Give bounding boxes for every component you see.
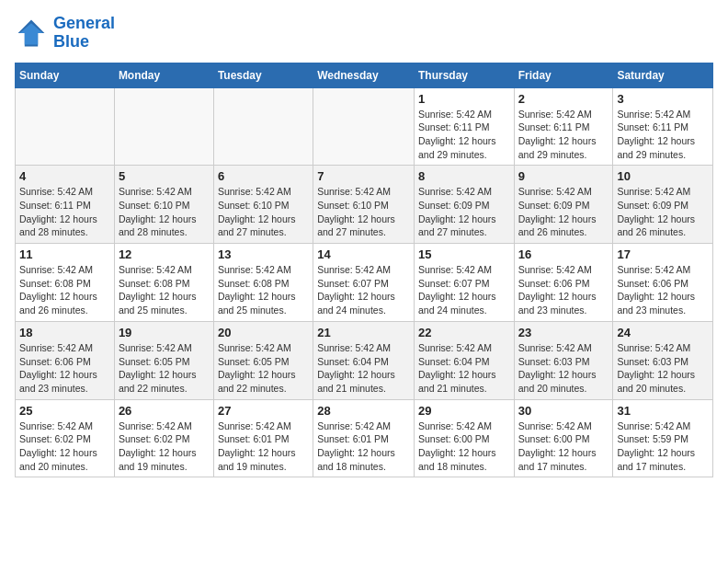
day-cell: 6Sunrise: 5:42 AM Sunset: 6:10 PM Daylig… [213,166,313,244]
header-sunday: Sunday [16,63,115,87]
logo-icon [15,17,48,50]
day-cell: 27Sunrise: 5:42 AM Sunset: 6:01 PM Dayli… [213,399,313,477]
day-info: Sunrise: 5:42 AM Sunset: 6:04 PM Dayligh… [317,341,410,396]
day-info: Sunrise: 5:42 AM Sunset: 6:00 PM Dayligh… [518,419,609,474]
header-friday: Friday [514,63,613,87]
day-cell: 18Sunrise: 5:42 AM Sunset: 6:06 PM Dayli… [16,321,115,399]
day-number: 10 [617,169,709,183]
day-info: Sunrise: 5:42 AM Sunset: 6:08 PM Dayligh… [19,263,110,317]
day-info: Sunrise: 5:42 AM Sunset: 6:09 PM Dayligh… [617,185,709,239]
day-number: 17 [617,247,709,261]
svg-marker-2 [19,23,42,44]
day-cell [114,87,213,166]
day-cell: 22Sunrise: 5:42 AM Sunset: 6:04 PM Dayli… [414,321,514,399]
day-info: Sunrise: 5:42 AM Sunset: 6:04 PM Dayligh… [418,341,510,396]
header-tuesday: Tuesday [213,63,313,87]
calendar-table: SundayMondayTuesdayWednesdayThursdayFrid… [15,63,713,478]
day-info: Sunrise: 5:42 AM Sunset: 6:02 PM Dayligh… [119,419,210,474]
day-number: 19 [119,326,210,339]
day-number: 30 [518,404,609,418]
day-info: Sunrise: 5:42 AM Sunset: 6:11 PM Dayligh… [518,108,609,162]
header-wednesday: Wednesday [313,63,415,87]
day-info: Sunrise: 5:42 AM Sunset: 6:11 PM Dayligh… [19,185,110,239]
day-number: 31 [617,404,709,418]
day-cell: 17Sunrise: 5:42 AM Sunset: 6:06 PM Dayli… [613,244,713,322]
day-cell: 2Sunrise: 5:42 AM Sunset: 6:11 PM Daylig… [514,87,613,166]
day-info: Sunrise: 5:42 AM Sunset: 6:09 PM Dayligh… [418,185,510,239]
day-number: 7 [317,169,410,183]
day-info: Sunrise: 5:42 AM Sunset: 6:11 PM Dayligh… [418,108,510,162]
day-cell: 4Sunrise: 5:42 AM Sunset: 6:11 PM Daylig… [16,166,115,244]
day-cell: 30Sunrise: 5:42 AM Sunset: 6:00 PM Dayli… [514,399,613,477]
day-info: Sunrise: 5:42 AM Sunset: 6:05 PM Dayligh… [218,341,309,396]
day-info: Sunrise: 5:42 AM Sunset: 6:03 PM Dayligh… [617,341,709,396]
day-info: Sunrise: 5:42 AM Sunset: 6:07 PM Dayligh… [317,263,410,317]
week-row-5: 25Sunrise: 5:42 AM Sunset: 6:02 PM Dayli… [16,399,713,477]
day-cell: 29Sunrise: 5:42 AM Sunset: 6:00 PM Dayli… [414,399,514,477]
day-info: Sunrise: 5:42 AM Sunset: 6:07 PM Dayligh… [418,263,510,317]
day-info: Sunrise: 5:42 AM Sunset: 6:05 PM Dayligh… [119,341,210,396]
day-number: 14 [317,247,410,261]
day-number: 20 [218,326,309,339]
day-number: 13 [218,247,309,261]
day-info: Sunrise: 5:42 AM Sunset: 6:08 PM Dayligh… [218,263,309,317]
day-info: Sunrise: 5:42 AM Sunset: 6:00 PM Dayligh… [418,419,510,474]
day-cell: 20Sunrise: 5:42 AM Sunset: 6:05 PM Dayli… [213,321,313,399]
day-info: Sunrise: 5:42 AM Sunset: 6:09 PM Dayligh… [518,185,609,239]
day-cell: 5Sunrise: 5:42 AM Sunset: 6:10 PM Daylig… [114,166,213,244]
day-cell: 25Sunrise: 5:42 AM Sunset: 6:02 PM Dayli… [16,399,115,477]
day-info: Sunrise: 5:42 AM Sunset: 6:11 PM Dayligh… [617,108,709,162]
day-info: Sunrise: 5:42 AM Sunset: 6:06 PM Dayligh… [518,263,609,317]
day-number: 24 [617,326,709,339]
day-cell: 24Sunrise: 5:42 AM Sunset: 6:03 PM Dayli… [613,321,713,399]
day-info: Sunrise: 5:42 AM Sunset: 5:59 PM Dayligh… [617,419,709,474]
day-number: 2 [518,92,609,106]
header-monday: Monday [114,63,213,87]
header-saturday: Saturday [613,63,713,87]
day-cell: 23Sunrise: 5:42 AM Sunset: 6:03 PM Dayli… [514,321,613,399]
day-cell: 31Sunrise: 5:42 AM Sunset: 5:59 PM Dayli… [613,399,713,477]
calendar-header-row: SundayMondayTuesdayWednesdayThursdayFrid… [16,63,713,87]
day-number: 29 [418,404,510,418]
day-number: 11 [19,247,110,261]
day-cell: 15Sunrise: 5:42 AM Sunset: 6:07 PM Dayli… [414,244,514,322]
day-cell: 14Sunrise: 5:42 AM Sunset: 6:07 PM Dayli… [313,244,415,322]
page-header: General Blue [15,15,713,52]
day-cell [313,87,415,166]
day-number: 16 [518,247,609,261]
day-info: Sunrise: 5:42 AM Sunset: 6:06 PM Dayligh… [19,341,110,396]
day-number: 4 [19,169,110,183]
day-cell: 13Sunrise: 5:42 AM Sunset: 6:08 PM Dayli… [213,244,313,322]
day-number: 26 [119,404,210,418]
day-cell: 12Sunrise: 5:42 AM Sunset: 6:08 PM Dayli… [114,244,213,322]
day-cell [213,87,313,166]
header-thursday: Thursday [414,63,514,87]
day-info: Sunrise: 5:42 AM Sunset: 6:06 PM Dayligh… [617,263,709,317]
day-info: Sunrise: 5:42 AM Sunset: 6:01 PM Dayligh… [317,419,410,474]
day-cell: 8Sunrise: 5:42 AM Sunset: 6:09 PM Daylig… [414,166,514,244]
week-row-4: 18Sunrise: 5:42 AM Sunset: 6:06 PM Dayli… [16,321,713,399]
day-number: 21 [317,326,410,339]
day-info: Sunrise: 5:42 AM Sunset: 6:03 PM Dayligh… [518,341,609,396]
day-number: 5 [119,169,210,183]
day-cell: 11Sunrise: 5:42 AM Sunset: 6:08 PM Dayli… [16,244,115,322]
day-cell: 19Sunrise: 5:42 AM Sunset: 6:05 PM Dayli… [114,321,213,399]
week-row-1: 1Sunrise: 5:42 AM Sunset: 6:11 PM Daylig… [16,87,713,166]
day-cell: 16Sunrise: 5:42 AM Sunset: 6:06 PM Dayli… [514,244,613,322]
day-cell: 21Sunrise: 5:42 AM Sunset: 6:04 PM Dayli… [313,321,415,399]
day-number: 18 [19,326,110,339]
day-cell: 1Sunrise: 5:42 AM Sunset: 6:11 PM Daylig… [414,87,514,166]
day-info: Sunrise: 5:42 AM Sunset: 6:08 PM Dayligh… [119,263,210,317]
day-number: 8 [418,169,510,183]
day-info: Sunrise: 5:42 AM Sunset: 6:10 PM Dayligh… [119,185,210,239]
day-number: 27 [218,404,309,418]
day-cell: 26Sunrise: 5:42 AM Sunset: 6:02 PM Dayli… [114,399,213,477]
day-cell [16,87,115,166]
day-cell: 7Sunrise: 5:42 AM Sunset: 6:10 PM Daylig… [313,166,415,244]
day-cell: 28Sunrise: 5:42 AM Sunset: 6:01 PM Dayli… [313,399,415,477]
day-info: Sunrise: 5:42 AM Sunset: 6:10 PM Dayligh… [218,185,309,239]
day-number: 1 [418,92,510,106]
day-info: Sunrise: 5:42 AM Sunset: 6:02 PM Dayligh… [19,419,110,474]
day-cell: 3Sunrise: 5:42 AM Sunset: 6:11 PM Daylig… [613,87,713,166]
day-number: 9 [518,169,609,183]
